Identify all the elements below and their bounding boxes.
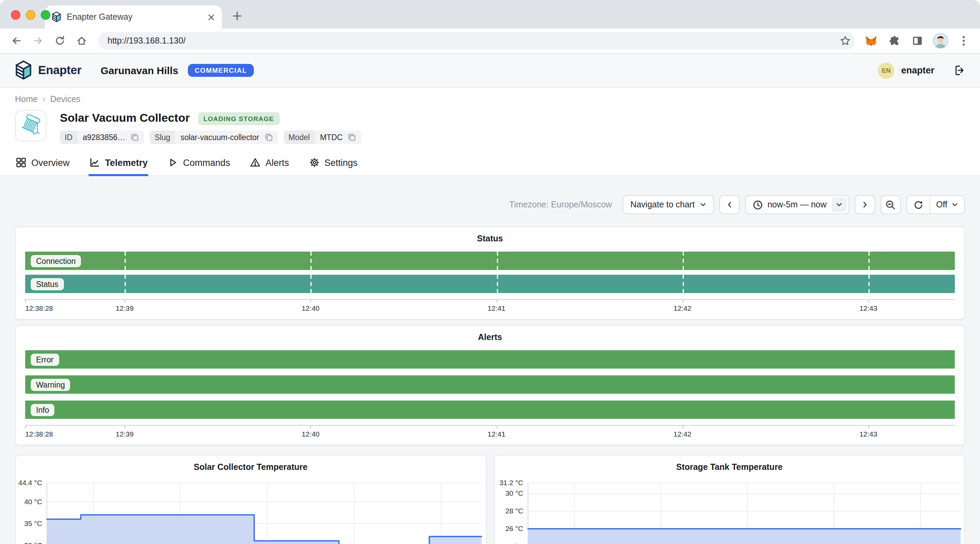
tab-overview[interactable]: Overview (15, 151, 70, 175)
copy-icon[interactable] (348, 133, 356, 141)
chip-id-value: a9283856… (83, 133, 125, 141)
axis-tick-label: 12:39 (116, 304, 134, 312)
timeline-bar-status: Status (25, 275, 955, 293)
tab-favicon-enapter-logo-icon (52, 11, 61, 22)
axis-tick-label: 12:38:28 (25, 304, 53, 312)
toolbar-extensions (862, 31, 973, 50)
tab-settings-label: Settings (324, 157, 358, 168)
device-status-badge: LOADING STORAGE (198, 112, 280, 125)
copy-icon[interactable] (130, 133, 139, 141)
axis-tick-label: 12:39 (116, 430, 134, 438)
time-range-caret[interactable] (831, 197, 846, 212)
bookmark-star-icon[interactable] (840, 35, 851, 46)
tab-alerts-label: Alerts (266, 157, 289, 168)
forward-button[interactable] (29, 31, 48, 50)
tab-commands[interactable]: Commands (167, 151, 231, 175)
dashed-gridline (869, 252, 870, 270)
timeline-bar-info: Info (25, 401, 955, 419)
minimize-window-button[interactable] (26, 10, 35, 20)
home-button[interactable] (72, 31, 91, 50)
user-avatar: EN (878, 62, 894, 79)
chevron-down-icon (699, 201, 706, 208)
device-chips: ID a9283856… Slug solar-vacuum-collector… (60, 130, 362, 144)
solar-collector-chart-title: Solar Collector Temperature (16, 462, 485, 472)
chevron-down-icon (835, 201, 842, 208)
browser-tab[interactable]: Enapter Gateway (45, 5, 222, 29)
shift-range-forward-button[interactable] (854, 195, 875, 214)
device-title: Solar Vacuum Collector (60, 111, 190, 125)
zoom-out-button[interactable] (880, 195, 901, 214)
commercial-badge: COMMERCIAL (188, 64, 254, 77)
back-button[interactable] (7, 31, 26, 50)
tab-telemetry[interactable]: Telemetry (89, 151, 149, 175)
enapter-brand[interactable]: Enapter (15, 60, 82, 80)
breadcrumb-home[interactable]: Home (15, 94, 38, 104)
breadcrumb-chevron-icon: › (43, 94, 46, 104)
storage-tank-temperature-card: Storage Tank Temperature 31.2 °C30 °C28 … (494, 455, 965, 544)
temperature-charts-row: Solar Collector Temperature 44.4 °C40 °C… (15, 455, 965, 544)
y-axis-tick-label: 30 °C (505, 489, 523, 497)
sidebar-panel-icon[interactable] (908, 31, 927, 50)
time-range-select[interactable]: now-5m — now (745, 195, 849, 214)
copy-icon[interactable] (265, 133, 273, 141)
url-bar[interactable]: http://193.168.1.130/ (98, 32, 855, 50)
axis-tick-label: 12:43 (859, 304, 878, 312)
alerts-timeline-chart: ErrorWarningInfo12:38:2812:3912:4012:411… (25, 350, 955, 439)
timeline-bar-connection: Connection (25, 252, 955, 270)
y-axis-tick-label: 28 °C (505, 507, 523, 515)
tab-alerts[interactable]: Alerts (249, 151, 290, 175)
y-axis-tick-label: 24 °C (505, 542, 523, 544)
breadcrumb-devices[interactable]: Devices (50, 94, 80, 104)
app-header: Enapter Garunavan Hills COMMERCIAL EN en… (0, 54, 980, 88)
browser-toolbar: http://193.168.1.130/ (0, 29, 980, 54)
y-axis-tick-label: 35 °C (24, 520, 42, 527)
chip-model: Model MTDC (284, 130, 362, 144)
logout-icon[interactable] (953, 65, 965, 76)
axis-tick-label: 12:43 (859, 430, 878, 438)
chip-model-label: Model (284, 130, 315, 144)
browser-menu-kebab-icon[interactable] (954, 31, 973, 50)
reload-button[interactable] (50, 31, 69, 50)
zoom-window-button[interactable] (41, 10, 50, 20)
tab-title: Enapter Gateway (67, 12, 202, 22)
shift-range-back-button[interactable] (719, 195, 740, 214)
axis-tick-label: 12:38:28 (25, 430, 53, 438)
close-window-button[interactable] (11, 10, 21, 20)
telemetry-content: Timezone: Europe/Moscow Navigate to char… (0, 176, 980, 544)
url-text[interactable]: http://193.168.1.130/ (108, 36, 840, 46)
metamask-extension-icon[interactable] (862, 31, 881, 50)
solar-collector-temperature-card: Solar Collector Temperature 44.4 °C40 °C… (15, 455, 486, 544)
browser-window: Enapter Gateway http://193.168.1.130/ (0, 0, 980, 544)
timeline-bar-error: Error (25, 350, 955, 369)
status-panel: Status ConnectionStatus12:38:2812:3912:4… (15, 227, 965, 320)
dashed-gridline (682, 275, 684, 293)
profile-avatar[interactable] (931, 31, 950, 50)
tab-close-icon[interactable] (208, 13, 215, 21)
axis-tick-label: 12:42 (673, 430, 692, 438)
chip-slug: Slug solar-vacuum-collector (150, 130, 278, 144)
y-axis-tick-label: 31.2 °C (499, 479, 523, 487)
navigate-to-chart-select[interactable]: Navigate to chart (623, 195, 714, 214)
refresh-interval-select[interactable]: Off (930, 196, 964, 214)
device-thumbnail (15, 110, 46, 141)
warning-triangle-icon (250, 157, 261, 168)
refresh-button[interactable] (907, 196, 929, 214)
axis-tick-label: 12:41 (488, 430, 506, 438)
series-label: Info (30, 404, 54, 416)
navigate-to-chart-label: Navigate to chart (630, 200, 695, 209)
dashed-gridline (124, 252, 126, 270)
user-menu[interactable]: EN enapter (878, 62, 934, 79)
extensions-puzzle-icon[interactable] (885, 31, 904, 50)
new-tab-button[interactable] (229, 8, 245, 24)
play-icon (167, 157, 178, 168)
chevron-down-icon (951, 201, 958, 208)
brand-name: Enapter (38, 63, 82, 78)
chip-id-label: ID (60, 130, 77, 144)
axis-tick-label: 12:40 (301, 304, 320, 312)
dashed-gridline (496, 252, 498, 270)
tab-settings[interactable]: Settings (308, 151, 358, 175)
chip-slug-value: solar-vacuum-collector (180, 133, 259, 141)
axis-tick-label: 12:42 (673, 304, 692, 312)
tab-overview-label: Overview (31, 157, 70, 168)
status-panel-title: Status (25, 234, 955, 243)
